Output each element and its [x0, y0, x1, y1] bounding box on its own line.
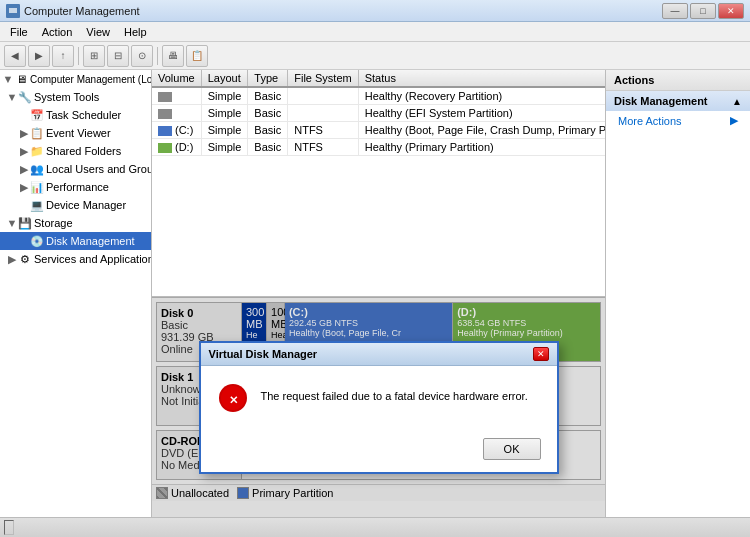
- menu-action[interactable]: Action: [36, 24, 79, 40]
- toolbar: ◀ ▶ ↑ ⊞ ⊟ ⊙ 🖶 📋: [0, 42, 750, 70]
- cell-type: Basic: [248, 122, 288, 139]
- folder-icon: 📁: [30, 144, 44, 158]
- show-hide-button[interactable]: ⊞: [83, 45, 105, 67]
- tree-item-system-tools[interactable]: ▼ 🔧 System Tools: [0, 88, 151, 106]
- close-button[interactable]: ✕: [718, 3, 744, 19]
- cell-volume: (D:): [152, 139, 201, 156]
- tree-item-disk-management[interactable]: ▶ 💿 Disk Management: [0, 232, 151, 250]
- table-row[interactable]: (C:) Simple Basic NTFS Healthy (Boot, Pa…: [152, 122, 605, 139]
- disk-icon: 💿: [30, 234, 44, 248]
- tree-item-event-viewer[interactable]: ▶ 📋 Event Viewer: [0, 124, 151, 142]
- export-button[interactable]: 📋: [186, 45, 208, 67]
- forward-button[interactable]: ▶: [28, 45, 50, 67]
- cell-type: Basic: [248, 105, 288, 122]
- computer-icon: 🖥: [14, 72, 28, 86]
- dialog-ok-button[interactable]: OK: [483, 438, 541, 460]
- tree-item-performance[interactable]: ▶ 📊 Performance: [0, 178, 151, 196]
- cell-status: Healthy (Boot, Page File, Crash Dump, Pr…: [358, 122, 605, 139]
- zoom-button[interactable]: ⊟: [107, 45, 129, 67]
- table-row[interactable]: Simple Basic Healthy (Recovery Partition…: [152, 87, 605, 105]
- scheduler-icon: 📅: [30, 108, 44, 122]
- tree-item-shared-folders[interactable]: ▶ 📁 Shared Folders: [0, 142, 151, 160]
- tree-item-local-users[interactable]: ▶ 👥 Local Users and Groups: [0, 160, 151, 178]
- svg-text:✕: ✕: [228, 394, 237, 406]
- actions-panel: Actions Disk Management ▲ More Actions ▶: [605, 70, 750, 517]
- tree-item-task-scheduler[interactable]: ▶ 📅 Task Scheduler: [0, 106, 151, 124]
- expand-icon: ▶: [18, 199, 30, 211]
- dialog-title: Virtual Disk Manager: [209, 348, 318, 360]
- disk-graphical-view: Disk 0 Basic 931.39 GB Online 300 MB Hea…: [152, 297, 605, 517]
- cell-layout: Simple: [201, 105, 248, 122]
- error-icon: ✕: [217, 382, 249, 414]
- expand-icon: ▶: [18, 235, 30, 247]
- performance-icon: 📊: [30, 180, 44, 194]
- virtual-disk-manager-dialog: Virtual Disk Manager ✕ ✕ The request fai…: [199, 341, 559, 474]
- cell-volume: (C:): [152, 122, 201, 139]
- print-button[interactable]: 🖶: [162, 45, 184, 67]
- menu-help[interactable]: Help: [118, 24, 153, 40]
- up-button[interactable]: ↑: [52, 45, 74, 67]
- tree-label: Services and Applications: [34, 253, 152, 265]
- col-layout[interactable]: Layout: [201, 70, 248, 87]
- dialog-close-button[interactable]: ✕: [533, 347, 549, 361]
- cell-fs: NTFS: [288, 122, 358, 139]
- properties-button[interactable]: ⊙: [131, 45, 153, 67]
- back-button[interactable]: ◀: [4, 45, 26, 67]
- tools-icon: 🔧: [18, 90, 32, 104]
- cell-fs: NTFS: [288, 139, 358, 156]
- cell-layout: Simple: [201, 122, 248, 139]
- tree-label: Computer Management (Local: [30, 74, 152, 85]
- dialog-overlay: Virtual Disk Manager ✕ ✕ The request fai…: [152, 297, 605, 517]
- menu-bar: File Action View Help: [0, 22, 750, 42]
- actions-expand-icon: ▲: [732, 96, 742, 107]
- more-actions-link[interactable]: More Actions ▶: [606, 111, 750, 130]
- maximize-button[interactable]: □: [690, 3, 716, 19]
- expand-icon: ▶: [18, 163, 30, 175]
- tree-label: Task Scheduler: [46, 109, 121, 121]
- cell-volume: [152, 87, 201, 105]
- col-type[interactable]: Type: [248, 70, 288, 87]
- tree-label: Device Manager: [46, 199, 126, 211]
- main-container: ▼ 🖥 Computer Management (Local ▼ 🔧 Syste…: [0, 70, 750, 517]
- dialog-message: The request failed due to a fatal device…: [261, 382, 528, 405]
- actions-section-label: Disk Management: [614, 95, 708, 107]
- col-volume[interactable]: Volume: [152, 70, 201, 87]
- title-bar: Computer Management — □ ✕: [0, 0, 750, 22]
- expand-icon: ▶: [6, 253, 18, 265]
- table-row[interactable]: Simple Basic Healthy (EFI System Partiti…: [152, 105, 605, 122]
- table-row[interactable]: (D:) Simple Basic NTFS Healthy (Primary …: [152, 139, 605, 156]
- menu-file[interactable]: File: [4, 24, 34, 40]
- cell-fs: [288, 87, 358, 105]
- tree-label: Event Viewer: [46, 127, 111, 139]
- app-icon: [6, 4, 20, 18]
- cell-type: Basic: [248, 87, 288, 105]
- col-filesystem[interactable]: File System: [288, 70, 358, 87]
- dialog-title-bar: Virtual Disk Manager ✕: [201, 343, 557, 366]
- event-icon: 📋: [30, 126, 44, 140]
- tree-label: Local Users and Groups: [46, 163, 152, 175]
- toolbar-separator-1: [78, 47, 79, 65]
- col-status[interactable]: Status: [358, 70, 605, 87]
- cell-type: Basic: [248, 139, 288, 156]
- cell-status: Healthy (Recovery Partition): [358, 87, 605, 105]
- dialog-body: ✕ The request failed due to a fatal devi…: [201, 366, 557, 430]
- expand-icon: ▶: [18, 145, 30, 157]
- expand-icon: ▶: [18, 109, 30, 121]
- window-controls: — □ ✕: [662, 3, 744, 19]
- tree-label: Storage: [34, 217, 73, 229]
- tree-item-storage[interactable]: ▼ 💾 Storage: [0, 214, 151, 232]
- status-pane: [4, 520, 14, 535]
- tree-item-device-manager[interactable]: ▶ 💻 Device Manager: [0, 196, 151, 214]
- cell-layout: Simple: [201, 139, 248, 156]
- more-actions-arrow: ▶: [730, 114, 738, 127]
- tree-label: System Tools: [34, 91, 99, 103]
- left-panel: ▼ 🖥 Computer Management (Local ▼ 🔧 Syste…: [0, 70, 152, 517]
- menu-view[interactable]: View: [80, 24, 116, 40]
- cell-volume: [152, 105, 201, 122]
- tree-item-computer-management[interactable]: ▼ 🖥 Computer Management (Local: [0, 70, 151, 88]
- expand-icon: ▶: [18, 181, 30, 193]
- tree-item-services[interactable]: ▶ ⚙ Services and Applications: [0, 250, 151, 268]
- expand-icon: ▼: [6, 91, 18, 103]
- minimize-button[interactable]: —: [662, 3, 688, 19]
- cell-fs: [288, 105, 358, 122]
